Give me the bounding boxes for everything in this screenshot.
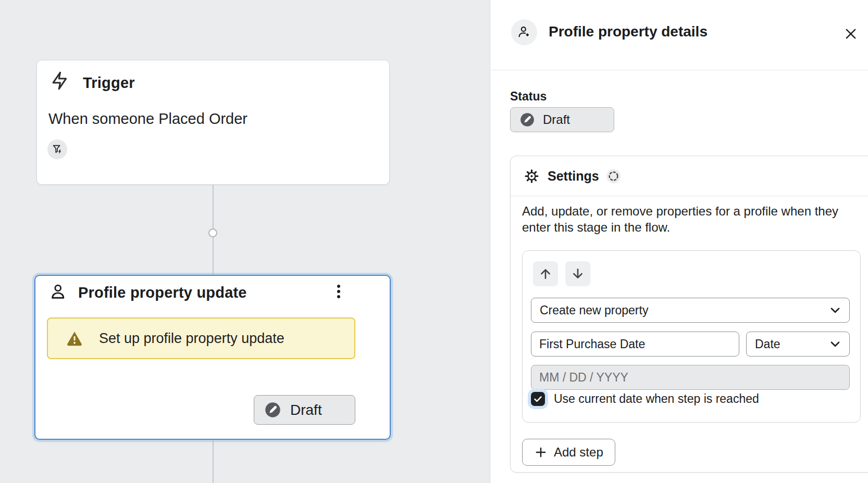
panel-header-divider	[491, 70, 868, 70]
pencil-circle-icon	[265, 402, 281, 418]
person-icon	[49, 283, 68, 301]
details-panel: Profile property details Status Draft	[491, 0, 868, 483]
lightning-icon	[49, 71, 69, 91]
property-action-value: Create new property	[540, 303, 648, 317]
arrow-down-icon	[571, 266, 585, 281]
property-step-editor: Create new property Date	[522, 250, 861, 423]
plus-icon	[534, 446, 548, 459]
card-options-button[interactable]	[327, 280, 350, 303]
settings-header: Settings	[511, 156, 868, 196]
card-status-badge: Draft	[254, 395, 355, 425]
connector-line-bottom	[213, 440, 214, 483]
move-step-down-button[interactable]	[565, 261, 590, 286]
warning-triangle-icon	[66, 329, 83, 347]
close-icon	[844, 27, 858, 41]
date-value-input[interactable]	[531, 365, 850, 390]
trigger-card[interactable]: Trigger When someone Placed Order	[36, 60, 390, 185]
filter-lightning-icon	[52, 144, 63, 155]
person-property-icon	[517, 25, 531, 40]
profile-property-update-card[interactable]: Profile property update Set up profile p…	[34, 275, 391, 440]
property-name-input[interactable]	[531, 332, 739, 357]
warning-text: Set up profile property update	[99, 331, 284, 347]
close-panel-button[interactable]	[839, 22, 863, 46]
connector-node	[208, 228, 217, 237]
trigger-card-subtitle: When someone Placed Order	[48, 110, 247, 128]
settings-title: Settings	[548, 169, 599, 184]
gear-icon	[525, 169, 539, 183]
status-badge: Draft	[510, 107, 614, 132]
property-type-select[interactable]: Date	[746, 332, 850, 357]
status-value: Draft	[543, 112, 570, 127]
add-step-label: Add step	[554, 445, 603, 460]
panel-avatar	[511, 19, 537, 45]
pencil-circle-icon	[520, 112, 535, 127]
setup-warning-banner[interactable]: Set up profile property update	[47, 317, 355, 359]
card-status-label: Draft	[290, 402, 322, 418]
use-current-date-checkbox[interactable]	[531, 392, 545, 406]
kebab-menu-icon	[330, 283, 348, 300]
settings-card: Settings Add, update, or remove properti…	[510, 156, 868, 473]
flow-canvas[interactable]: Trigger When someone Placed Order Profil…	[0, 0, 490, 483]
chevron-down-icon	[828, 337, 842, 351]
dashed-spinner-icon	[606, 169, 621, 183]
chevron-down-icon	[828, 303, 842, 317]
trigger-card-title: Trigger	[83, 74, 135, 92]
flow-builder-app: Trigger When someone Placed Order Profil…	[0, 0, 868, 483]
checkmark-icon	[533, 394, 543, 404]
property-type-value: Date	[755, 337, 780, 351]
move-step-up-button[interactable]	[533, 261, 558, 286]
settings-description: Add, update, or remove properties for a …	[522, 203, 862, 235]
status-label: Status	[510, 90, 547, 104]
use-current-date-row: Use current date when step is reached	[531, 392, 759, 406]
action-card-title: Profile property update	[78, 284, 247, 301]
panel-title: Profile property details	[549, 23, 708, 40]
arrow-up-icon	[538, 266, 553, 281]
use-current-date-label: Use current date when step is reached	[554, 392, 759, 406]
property-action-select[interactable]: Create new property	[531, 298, 850, 323]
trigger-filter-badge	[47, 139, 67, 159]
add-step-button[interactable]: Add step	[522, 439, 615, 466]
